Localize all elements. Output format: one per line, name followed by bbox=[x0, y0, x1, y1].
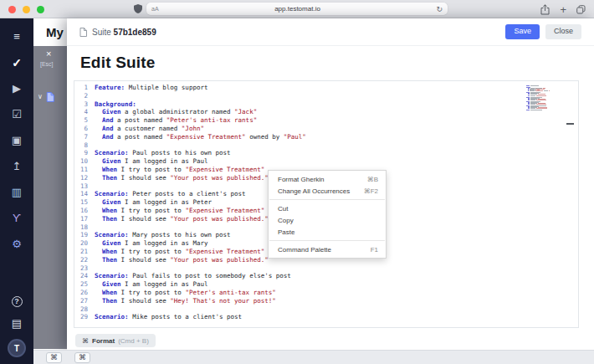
new-tab-icon[interactable]: + bbox=[560, 4, 566, 15]
line-content: And a post named "Expensive Treatment" o… bbox=[95, 133, 306, 141]
sidebar-item-branches[interactable]: ϒ bbox=[0, 205, 33, 231]
window-controls bbox=[8, 6, 44, 13]
minimap-line bbox=[526, 108, 550, 109]
user-avatar[interactable]: T bbox=[8, 339, 26, 357]
code-token: Scenario: bbox=[95, 149, 129, 156]
code-token: "Hey! That's not your post!" bbox=[170, 297, 275, 305]
chevron-down-icon[interactable]: ∨ bbox=[38, 94, 43, 100]
editor-line-26[interactable]: 26 When I try to post to "Peter's anti-t… bbox=[74, 289, 578, 297]
line-content: And a customer named "John" bbox=[95, 125, 204, 133]
sidebar-item-analytics[interactable]: ▥ bbox=[0, 179, 33, 205]
suite-tree-item[interactable]: ∨ bbox=[38, 92, 54, 102]
menu-item-change-all-occurrences[interactable]: Change All Occurrences⌘F2 bbox=[269, 185, 386, 197]
code-token bbox=[95, 108, 102, 115]
line-content: When I try to post to "Expensive Treatme… bbox=[95, 207, 264, 215]
code-token: a customer named bbox=[114, 125, 182, 132]
sidebar-item-docs[interactable]: ▤ bbox=[0, 312, 33, 334]
screen: aA app.testomat.io ↻ + ≡✓▶☑▣↥▥ϒ⚙ ?▤ T My bbox=[0, 0, 594, 364]
line-number: 2 bbox=[74, 92, 95, 100]
editor-line-8[interactable]: 8 bbox=[74, 141, 578, 150]
editor-line-3[interactable]: 3Background: bbox=[74, 100, 578, 109]
docs-icon: ▤ bbox=[12, 317, 22, 330]
editor-line-25[interactable]: 25 Given I am logged in as Paul bbox=[74, 280, 578, 289]
menu-item-format-gherkin[interactable]: Format Gherkin⌘B bbox=[269, 173, 386, 185]
editor-line-27[interactable]: 27 Then I should see "Hey! That's not yo… bbox=[74, 297, 578, 305]
code-token bbox=[95, 207, 102, 214]
browser-toolbar-right: + bbox=[540, 3, 586, 16]
reader-mode-button[interactable]: aA bbox=[151, 6, 159, 12]
code-token: Scenario: bbox=[95, 231, 129, 238]
editor-line-4[interactable]: 4 Given a global administrator named "Ja… bbox=[74, 108, 578, 116]
sidebar-item-settings[interactable]: ⚙ bbox=[0, 231, 33, 257]
code-token bbox=[95, 239, 102, 247]
sidebar-item-import-export[interactable]: ↥ bbox=[0, 153, 33, 179]
menu-item-shortcut: F1 bbox=[371, 246, 378, 254]
editor-context-menu: Format Gherkin⌘BChange All Occurrences⌘F… bbox=[268, 170, 387, 259]
editor-minimap[interactable] bbox=[526, 85, 550, 110]
tab-overview-icon[interactable] bbox=[576, 5, 586, 14]
command-key-hint[interactable]: ⌘ bbox=[46, 352, 62, 363]
editor-line-24[interactable]: 24Scenario: Paul fails to post to somebo… bbox=[74, 272, 578, 280]
line-content: When I try to post to "Peter's anti-tax … bbox=[95, 289, 276, 297]
editor-line-10[interactable]: 10 Given I am logged in as Paul bbox=[74, 157, 578, 166]
editor-line-23[interactable]: 23 bbox=[74, 264, 578, 273]
code-token: Paul posts to his own post bbox=[129, 149, 231, 156]
line-content: When I try to post to "Expensive Treatme… bbox=[95, 248, 264, 256]
line-content: When I try to post to "Expensive Treatme… bbox=[95, 166, 264, 174]
sidebar-item-runs[interactable]: ▶ bbox=[0, 75, 33, 101]
menu-item-copy[interactable]: Copy bbox=[269, 214, 386, 226]
browser-chrome: aA app.testomat.io ↻ + bbox=[0, 0, 594, 18]
editor-line-9[interactable]: 9Scenario: Paul posts to his own post bbox=[74, 149, 578, 157]
editor-line-5[interactable]: 5 And a post named "Peter's anti-tax ran… bbox=[74, 116, 578, 125]
help-icon: ? bbox=[12, 296, 23, 307]
menu-item-paste[interactable]: Paste bbox=[269, 226, 386, 238]
editor-line-28[interactable]: 28 bbox=[74, 305, 578, 314]
code-token: "Peter's anti-tax rants" bbox=[166, 116, 257, 124]
sidebar-item-menu[interactable]: ≡ bbox=[0, 23, 33, 49]
editor-line-7[interactable]: 7 And a post named "Expensive Treatment"… bbox=[74, 133, 578, 141]
sidebar-item-suites[interactable]: ▣ bbox=[0, 127, 33, 153]
project-title: My bbox=[46, 25, 64, 39]
line-content: Then I should see "Your post was publish… bbox=[95, 174, 269, 182]
address-bar[interactable]: aA app.testomat.io ↻ bbox=[146, 3, 448, 15]
close-button[interactable]: Close bbox=[545, 24, 581, 39]
minimize-window-button[interactable] bbox=[23, 6, 30, 13]
menu-item-command-palette[interactable]: Command PaletteF1 bbox=[269, 244, 386, 255]
code-token: "Expensive Treatment" bbox=[185, 207, 264, 214]
sidebar-item-help[interactable]: ? bbox=[0, 290, 33, 312]
code-token: a global administrator named bbox=[121, 108, 234, 115]
editor-line-2[interactable]: 2 bbox=[74, 92, 578, 100]
code-token bbox=[95, 256, 102, 264]
page-title: Edit Suite bbox=[80, 54, 156, 72]
close-window-button[interactable] bbox=[8, 6, 16, 13]
code-token: When bbox=[102, 207, 117, 214]
reload-icon[interactable]: ↻ bbox=[436, 5, 443, 13]
code-token: "Peter's anti-tax rants" bbox=[185, 289, 275, 296]
code-token: I try to post to bbox=[117, 207, 185, 214]
editor-line-6[interactable]: 6 And a customer named "John" bbox=[74, 125, 578, 133]
line-number: 12 bbox=[74, 174, 95, 182]
sidebar-item-test-plans[interactable]: ☑ bbox=[0, 101, 33, 127]
sidebar-item-tests[interactable]: ✓ bbox=[0, 49, 33, 75]
command-key-hint[interactable]: ⌘ bbox=[74, 352, 90, 363]
share-icon[interactable] bbox=[540, 4, 550, 15]
code-token: "Your post was published." bbox=[170, 215, 268, 223]
zoom-window-button[interactable] bbox=[37, 6, 44, 13]
code-token: Paul fails to post to somebody else's po… bbox=[129, 272, 291, 279]
tests-icon: ✓ bbox=[12, 56, 22, 69]
format-button-shortcut: (Cmd + B) bbox=[118, 337, 149, 345]
editor-line-29[interactable]: 29Scenario: Mike posts to a client's pos… bbox=[74, 313, 578, 321]
shield-icon[interactable] bbox=[134, 4, 142, 13]
line-number: 1 bbox=[74, 84, 95, 92]
save-button[interactable]: Save bbox=[505, 24, 540, 39]
line-number: 23 bbox=[74, 264, 95, 273]
code-token: I try to post to bbox=[117, 166, 185, 173]
drawer-close-button[interactable]: × bbox=[46, 49, 51, 59]
editor-line-1[interactable]: 1Feature: Multiple blog support bbox=[74, 84, 578, 92]
code-token bbox=[95, 166, 102, 173]
code-token: Given bbox=[102, 280, 121, 288]
line-number: 5 bbox=[74, 116, 95, 125]
menu-item-cut[interactable]: Cut bbox=[269, 203, 386, 214]
format-button[interactable]: ⌘ Format (Cmd + B) bbox=[75, 334, 156, 347]
code-token: Given bbox=[102, 198, 121, 206]
